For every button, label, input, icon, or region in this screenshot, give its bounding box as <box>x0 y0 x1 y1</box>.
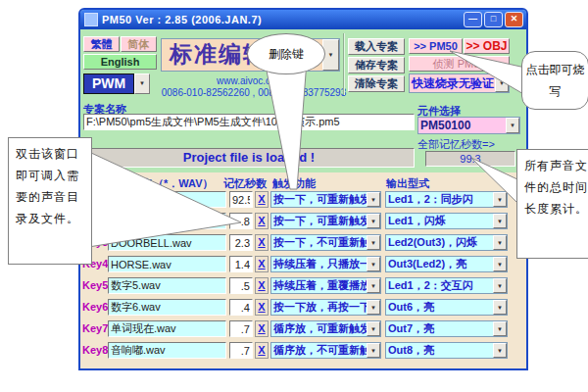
seconds-field[interactable] <box>229 342 253 359</box>
filename-field[interactable] <box>108 299 226 316</box>
phone-numbers: 0086-010-82562260 , 0086-755-83775293 <box>141 87 367 98</box>
burn-mode-combo[interactable]: 快速烧录无验证 ▼ <box>409 74 510 93</box>
table-row: Key8 X 循序放，不可重新触发▼ Out8，亮▼ <box>80 342 526 359</box>
seconds-field[interactable] <box>229 256 253 272</box>
maximize-icon[interactable]: □ <box>484 12 503 27</box>
output-dropdown-icon[interactable]: ▼ <box>493 235 507 250</box>
filename-field[interactable] <box>108 342 226 359</box>
filename-field[interactable] <box>108 320 226 337</box>
seconds-field[interactable] <box>229 299 253 316</box>
output-value: Led2(Out3)，闪烁 <box>386 235 493 250</box>
delete-sound-button[interactable]: X <box>255 277 269 294</box>
trigger-combo[interactable]: 按一下放，再按一下停▼ <box>270 299 381 316</box>
output-value: Out6，亮 <box>386 300 493 315</box>
delete-sound-button[interactable]: X <box>255 320 269 337</box>
delete-sound-button[interactable]: X <box>255 256 269 272</box>
output-combo[interactable]: Led1，2：交互闪▼ <box>385 277 508 294</box>
clear-project-button[interactable]: 清除专案 <box>348 75 405 92</box>
trigger-combo[interactable]: 按一下，不可重新触发▼ <box>270 234 381 251</box>
key-label: Key6 <box>82 301 108 313</box>
trigger-combo[interactable]: 持续压着，重覆播放▼ <box>270 277 381 294</box>
output-value: Out7，亮 <box>386 321 493 336</box>
pwm-mode-value[interactable]: PWM <box>83 74 134 94</box>
output-dropdown-icon[interactable]: ▼ <box>493 214 507 228</box>
filename-field[interactable] <box>108 234 226 251</box>
english-button[interactable]: English <box>83 54 157 70</box>
output-value: Led1，2：同步闪 <box>386 192 493 207</box>
write-obj-button[interactable]: >> OBJ <box>464 38 510 54</box>
write-pm50-button[interactable]: >> PM50 <box>409 38 463 54</box>
delete-sound-button[interactable]: X <box>255 234 269 251</box>
trigger-dropdown-icon[interactable]: ▼ <box>367 235 380 250</box>
table-row: Key4 X 持续压着，只播放一次▼ Out3(Led2)，亮▼ <box>80 256 526 272</box>
trigger-dropdown-icon[interactable]: ▼ <box>367 257 380 271</box>
trigger-combo[interactable]: 循序放，可重新触发▼ <box>270 320 381 337</box>
trigger-value: 按一下，可重新触发 <box>271 192 367 207</box>
trigger-combo[interactable]: 持续压着，只播放一次▼ <box>270 256 381 272</box>
delete-sound-button[interactable]: X <box>255 213 269 229</box>
output-value: Led1，闪烁 <box>386 214 493 228</box>
output-dropdown-icon[interactable]: ▼ <box>493 192 507 207</box>
key-label: Key8 <box>82 344 108 356</box>
output-dropdown-icon[interactable]: ▼ <box>493 278 507 293</box>
trigger-value: 循序放，不可重新触发 <box>271 343 367 358</box>
project-path-field[interactable] <box>83 114 415 130</box>
column-header-filename: 声音档名（*．WAV） <box>110 176 214 191</box>
trigger-dropdown-icon[interactable]: ▼ <box>367 214 380 228</box>
output-combo[interactable]: Out8，亮▼ <box>385 342 508 359</box>
filename-field[interactable] <box>108 191 226 208</box>
component-combo[interactable]: PM50100 ▼ <box>417 117 520 134</box>
output-combo[interactable]: Out7，亮▼ <box>385 320 508 337</box>
delete-sound-button[interactable]: X <box>255 191 269 208</box>
output-combo[interactable]: Led1，2：同步闪▼ <box>385 191 508 208</box>
output-combo[interactable]: Out3(Led2)，亮▼ <box>385 256 508 272</box>
output-value: Out3(Led2)，亮 <box>386 257 493 271</box>
output-dropdown-icon[interactable]: ▼ <box>493 321 507 336</box>
output-dropdown-icon[interactable]: ▼ <box>493 257 507 271</box>
output-value: Out8，亮 <box>386 343 493 358</box>
lang-simplified-button[interactable]: 简体 <box>121 36 157 52</box>
trigger-combo[interactable]: 按一下，可重新触发▼ <box>270 213 381 229</box>
component-dropdown-icon[interactable]: ▼ <box>506 118 519 133</box>
column-header-output: 输出型式 <box>386 176 429 191</box>
load-project-button[interactable]: 载入专案 <box>348 38 405 55</box>
seconds-field[interactable] <box>229 191 253 208</box>
output-dropdown-icon[interactable]: ▼ <box>493 300 507 315</box>
delete-sound-button[interactable]: X <box>255 299 269 316</box>
output-combo[interactable]: Led2(Out3)，闪烁▼ <box>385 234 508 251</box>
component-value: PM50100 <box>418 119 506 132</box>
filename-field[interactable] <box>108 213 226 229</box>
filename-field[interactable] <box>108 277 226 294</box>
output-dropdown-icon[interactable]: ▼ <box>493 343 507 358</box>
trigger-dropdown-icon[interactable]: ▼ <box>367 300 380 315</box>
minimize-icon[interactable]: — <box>464 12 482 27</box>
seconds-field[interactable] <box>229 234 253 251</box>
seconds-field[interactable] <box>229 277 253 294</box>
trigger-dropdown-icon[interactable]: ▼ <box>367 343 380 358</box>
key-label: Key5 <box>82 279 108 291</box>
output-combo[interactable]: Out6，亮▼ <box>385 299 508 316</box>
trigger-value: 持续压着，重覆播放 <box>271 278 367 293</box>
column-header-seconds: 记忆秒数 <box>223 176 267 191</box>
callout-total-time-hint: 所有声音文件的总时间长度累计。 <box>516 149 588 259</box>
trigger-dropdown-icon[interactable]: ▼ <box>367 192 380 207</box>
trigger-combo[interactable]: 循序放，不可重新触发▼ <box>270 342 381 359</box>
detect-pm50-button[interactable]: 侦测 PM50 <box>409 56 510 72</box>
trigger-value: 持续压着，只播放一次 <box>271 257 367 271</box>
delete-sound-button[interactable]: X <box>255 342 269 359</box>
trigger-dropdown-icon[interactable]: ▼ <box>367 278 380 293</box>
save-project-button[interactable]: 储存专案 <box>348 57 405 74</box>
close-icon[interactable]: ✕ <box>505 12 523 27</box>
website-link[interactable]: www.aivoc.com <box>161 75 340 86</box>
screenshot-canvas: PM50 Ver : 2.85 (2006.JAN.7) — □ ✕ 繁體 简体… <box>0 0 588 392</box>
output-combo[interactable]: Led1，闪烁▼ <box>385 213 508 229</box>
lang-traditional-button[interactable]: 繁體 <box>83 36 120 52</box>
trigger-dropdown-icon[interactable]: ▼ <box>367 321 380 336</box>
filename-field[interactable] <box>108 256 226 272</box>
table-row: Key2 X 按一下，可重新触发▼ Led1，闪烁▼ <box>80 213 526 229</box>
title-bar[interactable]: PM50 Ver : 2.85 (2006.JAN.7) — □ ✕ <box>80 10 526 29</box>
seconds-field[interactable] <box>229 213 253 229</box>
burn-mode-dropdown-icon[interactable]: ▼ <box>495 74 509 92</box>
trigger-combo[interactable]: 按一下，可重新触发▼ <box>270 191 381 208</box>
seconds-field[interactable] <box>229 320 253 337</box>
